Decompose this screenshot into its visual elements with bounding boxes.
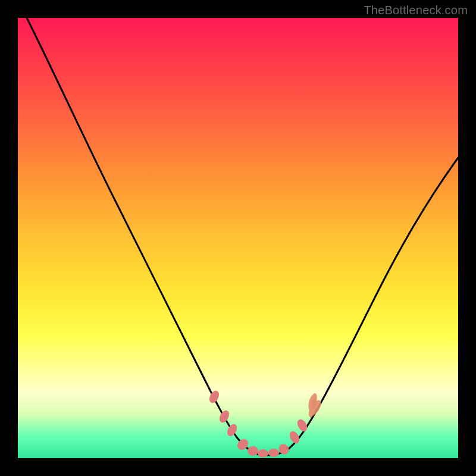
bottleneck-curve (27, 18, 458, 455)
marker-dot (218, 409, 231, 424)
marker-dot (208, 389, 221, 405)
watermark-text: TheBottleneck.com (364, 4, 468, 17)
marker-dot (258, 449, 268, 458)
marker-dot (225, 422, 239, 438)
marker-dot (248, 446, 258, 456)
flame-icon (308, 393, 321, 418)
plot-area (18, 18, 458, 458)
marker-dot (268, 449, 279, 457)
curve-layer (18, 18, 458, 458)
chart-frame: TheBottleneck.com (0, 0, 476, 476)
